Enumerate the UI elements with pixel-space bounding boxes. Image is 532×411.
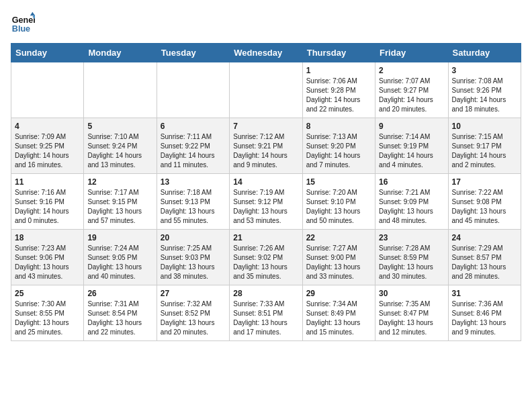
calendar-header-row: SundayMondayTuesdayWednesdayThursdayFrid… — [11, 44, 521, 62]
calendar-cell: 30Sunrise: 7:35 AM Sunset: 8:47 PM Dayli… — [375, 285, 448, 341]
col-header-friday: Friday — [375, 44, 448, 62]
calendar-week-row: 11Sunrise: 7:16 AM Sunset: 9:16 PM Dayli… — [11, 174, 521, 230]
day-number: 6 — [161, 122, 226, 131]
day-number: 29 — [306, 289, 371, 298]
col-header-wednesday: Wednesday — [230, 44, 302, 62]
calendar-cell: 9Sunrise: 7:14 AM Sunset: 9:19 PM Daylig… — [375, 118, 448, 174]
day-info: Sunrise: 7:36 AM Sunset: 8:46 PM Dayligh… — [452, 300, 517, 337]
calendar-cell: 7Sunrise: 7:12 AM Sunset: 9:21 PM Daylig… — [230, 118, 302, 174]
day-info: Sunrise: 7:29 AM Sunset: 8:57 PM Dayligh… — [452, 244, 517, 281]
day-info: Sunrise: 7:35 AM Sunset: 8:47 PM Dayligh… — [379, 300, 444, 337]
day-info: Sunrise: 7:33 AM Sunset: 8:51 PM Dayligh… — [233, 300, 298, 337]
day-number: 3 — [452, 66, 517, 75]
day-number: 7 — [233, 122, 298, 131]
day-info: Sunrise: 7:21 AM Sunset: 9:09 PM Dayligh… — [379, 188, 444, 226]
day-info: Sunrise: 7:19 AM Sunset: 9:12 PM Dayligh… — [233, 188, 298, 226]
day-info: Sunrise: 7:25 AM Sunset: 9:03 PM Dayligh… — [161, 244, 226, 281]
calendar-cell: 3Sunrise: 7:08 AM Sunset: 9:26 PM Daylig… — [448, 62, 521, 118]
calendar-week-row: 1Sunrise: 7:06 AM Sunset: 9:28 PM Daylig… — [11, 62, 521, 118]
calendar-week-row: 18Sunrise: 7:23 AM Sunset: 9:06 PM Dayli… — [11, 230, 521, 285]
calendar-cell: 22Sunrise: 7:27 AM Sunset: 9:00 PM Dayli… — [302, 230, 375, 285]
calendar-cell — [157, 62, 229, 118]
day-info: Sunrise: 7:31 AM Sunset: 8:54 PM Dayligh… — [87, 300, 152, 337]
day-number: 25 — [15, 289, 80, 298]
day-info: Sunrise: 7:17 AM Sunset: 9:15 PM Dayligh… — [87, 188, 152, 226]
day-number: 9 — [379, 122, 444, 131]
calendar-cell: 1Sunrise: 7:06 AM Sunset: 9:28 PM Daylig… — [302, 62, 375, 118]
calendar-week-row: 25Sunrise: 7:30 AM Sunset: 8:55 PM Dayli… — [11, 285, 521, 341]
day-number: 2 — [379, 66, 444, 75]
calendar-cell: 14Sunrise: 7:19 AM Sunset: 9:12 PM Dayli… — [230, 174, 302, 230]
calendar-cell — [84, 62, 157, 118]
col-header-sunday: Sunday — [11, 44, 84, 62]
day-info: Sunrise: 7:26 AM Sunset: 9:02 PM Dayligh… — [233, 244, 298, 281]
day-number: 26 — [87, 289, 152, 298]
day-info: Sunrise: 7:12 AM Sunset: 9:21 PM Dayligh… — [233, 132, 298, 170]
calendar-cell: 17Sunrise: 7:22 AM Sunset: 9:08 PM Dayli… — [448, 174, 521, 230]
calendar-cell: 23Sunrise: 7:28 AM Sunset: 8:59 PM Dayli… — [375, 230, 448, 285]
calendar-cell: 27Sunrise: 7:32 AM Sunset: 8:52 PM Dayli… — [157, 285, 229, 341]
day-number: 18 — [15, 233, 80, 242]
day-number: 15 — [306, 177, 371, 187]
calendar-cell — [11, 62, 84, 118]
col-header-monday: Monday — [84, 44, 157, 62]
day-number: 5 — [87, 122, 152, 131]
calendar-cell: 31Sunrise: 7:36 AM Sunset: 8:46 PM Dayli… — [448, 285, 521, 341]
day-info: Sunrise: 7:30 AM Sunset: 8:55 PM Dayligh… — [15, 300, 80, 337]
calendar-cell: 25Sunrise: 7:30 AM Sunset: 8:55 PM Dayli… — [11, 285, 84, 341]
calendar-cell: 16Sunrise: 7:21 AM Sunset: 9:09 PM Dayli… — [375, 174, 448, 230]
calendar-cell: 29Sunrise: 7:34 AM Sunset: 8:49 PM Dayli… — [302, 285, 375, 341]
day-number: 28 — [233, 289, 298, 298]
day-info: Sunrise: 7:23 AM Sunset: 9:06 PM Dayligh… — [15, 244, 80, 281]
calendar-cell: 6Sunrise: 7:11 AM Sunset: 9:22 PM Daylig… — [157, 118, 229, 174]
day-info: Sunrise: 7:09 AM Sunset: 9:25 PM Dayligh… — [15, 132, 80, 170]
day-info: Sunrise: 7:22 AM Sunset: 9:08 PM Dayligh… — [452, 188, 517, 226]
day-number: 23 — [379, 233, 444, 242]
calendar-cell: 2Sunrise: 7:07 AM Sunset: 9:27 PM Daylig… — [375, 62, 448, 118]
day-info: Sunrise: 7:20 AM Sunset: 9:10 PM Dayligh… — [306, 188, 371, 226]
day-info: Sunrise: 7:10 AM Sunset: 9:24 PM Dayligh… — [87, 132, 152, 170]
calendar-cell: 21Sunrise: 7:26 AM Sunset: 9:02 PM Dayli… — [230, 230, 302, 285]
day-info: Sunrise: 7:08 AM Sunset: 9:26 PM Dayligh… — [452, 77, 517, 114]
day-number: 12 — [87, 177, 152, 187]
day-number: 21 — [233, 233, 298, 242]
calendar-cell: 11Sunrise: 7:16 AM Sunset: 9:16 PM Dayli… — [11, 174, 84, 230]
day-number: 4 — [15, 122, 80, 131]
calendar-cell: 18Sunrise: 7:23 AM Sunset: 9:06 PM Dayli… — [11, 230, 84, 285]
day-info: Sunrise: 7:28 AM Sunset: 8:59 PM Dayligh… — [379, 244, 444, 281]
calendar-cell: 24Sunrise: 7:29 AM Sunset: 8:57 PM Dayli… — [448, 230, 521, 285]
day-number: 19 — [87, 233, 152, 242]
svg-marker-2 — [30, 12, 35, 15]
logo: General Blue — [11, 11, 38, 35]
day-number: 24 — [452, 233, 517, 242]
calendar-cell: 8Sunrise: 7:13 AM Sunset: 9:20 PM Daylig… — [302, 118, 375, 174]
calendar-cell: 26Sunrise: 7:31 AM Sunset: 8:54 PM Dayli… — [84, 285, 157, 341]
calendar-cell: 20Sunrise: 7:25 AM Sunset: 9:03 PM Dayli… — [157, 230, 229, 285]
day-number: 13 — [161, 177, 226, 187]
day-info: Sunrise: 7:11 AM Sunset: 9:22 PM Dayligh… — [161, 132, 226, 170]
calendar-cell: 12Sunrise: 7:17 AM Sunset: 9:15 PM Dayli… — [84, 174, 157, 230]
day-info: Sunrise: 7:27 AM Sunset: 9:00 PM Dayligh… — [306, 244, 371, 281]
day-number: 17 — [452, 177, 517, 187]
col-header-tuesday: Tuesday — [157, 44, 229, 62]
calendar-cell: 13Sunrise: 7:18 AM Sunset: 9:13 PM Dayli… — [157, 174, 229, 230]
calendar-cell: 28Sunrise: 7:33 AM Sunset: 8:51 PM Dayli… — [230, 285, 302, 341]
logo-icon: General Blue — [11, 11, 35, 35]
page-header: General Blue — [11, 11, 521, 35]
day-info: Sunrise: 7:13 AM Sunset: 9:20 PM Dayligh… — [306, 132, 371, 170]
svg-text:Blue: Blue — [12, 24, 30, 34]
calendar-table: SundayMondayTuesdayWednesdayThursdayFrid… — [11, 43, 521, 341]
day-number: 22 — [306, 233, 371, 242]
calendar-cell: 15Sunrise: 7:20 AM Sunset: 9:10 PM Dayli… — [302, 174, 375, 230]
day-info: Sunrise: 7:14 AM Sunset: 9:19 PM Dayligh… — [379, 132, 444, 170]
day-number: 30 — [379, 289, 444, 298]
col-header-saturday: Saturday — [448, 44, 521, 62]
day-info: Sunrise: 7:24 AM Sunset: 9:05 PM Dayligh… — [87, 244, 152, 281]
day-number: 10 — [452, 122, 517, 131]
day-info: Sunrise: 7:18 AM Sunset: 9:13 PM Dayligh… — [161, 188, 226, 226]
day-info: Sunrise: 7:16 AM Sunset: 9:16 PM Dayligh… — [15, 188, 80, 226]
col-header-thursday: Thursday — [302, 44, 375, 62]
calendar-week-row: 4Sunrise: 7:09 AM Sunset: 9:25 PM Daylig… — [11, 118, 521, 174]
day-info: Sunrise: 7:06 AM Sunset: 9:28 PM Dayligh… — [306, 77, 371, 114]
day-number: 31 — [452, 289, 517, 298]
